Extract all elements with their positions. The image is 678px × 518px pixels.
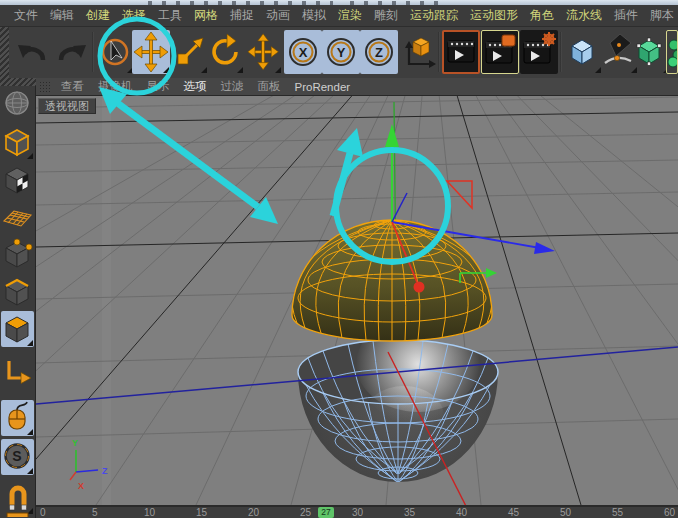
svg-text:X: X — [78, 481, 84, 491]
perspective-viewport[interactable]: 透视视图 — [36, 96, 678, 507]
last-used-tool-button[interactable] — [244, 30, 282, 74]
polygons-mode-icon — [1, 311, 34, 347]
points-mode-icon — [1, 236, 34, 272]
viewport-solo-button[interactable] — [1, 400, 34, 436]
timeline-tick: 25 — [300, 507, 311, 518]
render-view-button[interactable] — [442, 30, 480, 74]
timeline-tick: 30 — [352, 507, 363, 518]
viewport-solo-mouse-icon — [1, 400, 34, 436]
sidebar-grip[interactable] — [0, 78, 36, 86]
timeline-tick: 45 — [508, 507, 519, 518]
workplane-mode-button[interactable] — [1, 198, 34, 234]
coordinate-system-button[interactable] — [400, 30, 438, 74]
coordinate-system-icon — [400, 30, 438, 74]
snap-button[interactable]: S — [1, 439, 34, 475]
redo-icon — [54, 30, 92, 74]
mode-sidebar: S — [0, 78, 36, 518]
polygons-mode-button[interactable] — [1, 311, 34, 347]
undo-button[interactable] — [12, 30, 50, 74]
timeline-tick: 0 — [40, 507, 46, 518]
make-editable-button[interactable] — [1, 86, 34, 122]
enable-axis-button[interactable] — [1, 354, 34, 390]
mograph-button[interactable] — [666, 30, 678, 74]
x-axis-icon: X — [284, 30, 322, 74]
rotate-tool-button[interactable] — [206, 30, 244, 74]
subdivision-surface-button[interactable] — [632, 30, 670, 74]
viewport-label[interactable]: 透视视图 — [38, 98, 96, 114]
toolbar-separator — [92, 32, 94, 72]
timeline-tick: 5 — [92, 507, 98, 518]
svg-text:X: X — [299, 45, 308, 60]
menu-edit[interactable]: 编辑 — [50, 7, 74, 24]
model-mode-button[interactable] — [1, 124, 34, 160]
render-settings-icon — [520, 30, 558, 74]
move-icon — [244, 30, 282, 74]
menu-mograph[interactable]: 运动图形 — [470, 7, 518, 24]
menu-snap[interactable]: 捕捉 — [230, 7, 254, 24]
vp-menu-prorender[interactable]: ProRender — [295, 81, 351, 93]
z-axis-icon: Z — [360, 30, 398, 74]
move-icon — [132, 30, 170, 74]
timeline-tick: 50 — [560, 507, 571, 518]
redo-button[interactable] — [54, 30, 92, 74]
timeline-tick: 40 — [456, 507, 467, 518]
timeline-ruler[interactable]: 0 5 10 15 20 25 30 35 40 45 50 55 60 27 — [36, 507, 678, 518]
enable-snap-magnet-button[interactable] — [1, 479, 34, 515]
live-selection-button[interactable] — [96, 30, 134, 74]
menu-animate[interactable]: 动画 — [266, 7, 290, 24]
edit-render-settings-button[interactable] — [520, 30, 558, 74]
viewport-menu-grip[interactable] — [39, 81, 50, 92]
vp-menu-view[interactable]: 查看 — [61, 79, 84, 94]
menu-character[interactable]: 角色 — [530, 7, 554, 24]
render-picture-viewer-icon — [482, 31, 518, 73]
vp-menu-display[interactable]: 显示 — [147, 79, 170, 94]
timeline-tick: 55 — [612, 507, 623, 518]
vp-menu-panel[interactable]: 面板 — [258, 79, 281, 94]
menu-create[interactable]: 创建 — [86, 7, 110, 24]
x-axis-lock-button[interactable]: X — [284, 30, 322, 74]
menu-file[interactable]: 文件 — [14, 7, 38, 24]
cube-primitive-icon — [564, 30, 600, 74]
clipped-sidebar-icon[interactable] — [1, 512, 34, 517]
menu-script[interactable]: 脚本 — [650, 7, 674, 24]
scale-icon — [170, 30, 208, 74]
rotate-icon — [206, 30, 244, 74]
move-tool-button[interactable] — [132, 30, 170, 74]
timeline-tick: 60 — [664, 507, 675, 518]
model-mode-icon — [1, 124, 34, 160]
scale-tool-button[interactable] — [170, 30, 208, 74]
menu-mesh[interactable]: 网格 — [194, 7, 218, 24]
make-editable-icon — [1, 86, 34, 122]
timeline-tick: 20 — [248, 507, 259, 518]
render-to-picture-viewer-button[interactable] — [481, 30, 519, 74]
enable-axis-icon — [1, 354, 34, 390]
y-axis-lock-button[interactable]: Y — [322, 30, 360, 74]
toolbar-separator — [438, 32, 440, 72]
edges-mode-icon — [1, 274, 34, 310]
add-cube-primitive-button[interactable] — [564, 30, 602, 74]
svg-text:Y: Y — [337, 45, 346, 60]
points-mode-button[interactable] — [1, 236, 34, 272]
toolbar-grip[interactable] — [0, 27, 9, 78]
menu-sculpt[interactable]: 雕刻 — [374, 7, 398, 24]
menu-select[interactable]: 选择 — [122, 7, 146, 24]
menu-render[interactable]: 渲染 — [338, 7, 362, 24]
menu-pipeline[interactable]: 流水线 — [566, 7, 602, 24]
pen-spline-icon — [600, 30, 634, 74]
subdivision-surface-icon — [632, 30, 666, 74]
menu-simulate[interactable]: 模拟 — [302, 7, 326, 24]
z-axis-lock-button[interactable]: Z — [360, 30, 398, 74]
svg-text:Z: Z — [375, 45, 383, 60]
menu-plugins[interactable]: 插件 — [614, 7, 638, 24]
timeline-playhead[interactable]: 27 — [318, 507, 334, 518]
cinema4d-window: 文件 编辑 创建 选择 工具 网格 捕捉 动画 模拟 渲染 雕刻 运动跟踪 运动… — [0, 0, 678, 518]
undo-icon — [12, 30, 50, 74]
vp-menu-options[interactable]: 选项 — [184, 79, 207, 94]
texture-mode-button[interactable] — [1, 162, 34, 198]
menu-tools[interactable]: 工具 — [158, 7, 182, 24]
menu-motion-tracker[interactable]: 运动跟踪 — [410, 7, 458, 24]
edges-mode-button[interactable] — [1, 274, 34, 310]
vp-menu-cameras[interactable]: 摄像机 — [98, 79, 133, 94]
vp-menu-filter[interactable]: 过滤 — [221, 79, 244, 94]
texture-mode-icon — [1, 162, 34, 198]
